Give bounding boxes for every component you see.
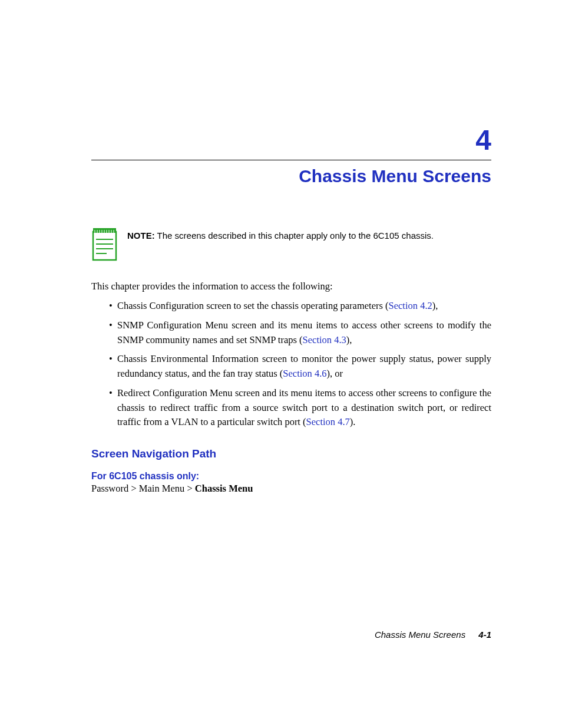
section-link[interactable]: Section 4.3 — [303, 334, 346, 345]
bullet-text: ), — [346, 334, 352, 345]
note-text: NOTE: The screens described in this chap… — [127, 228, 434, 242]
note-block: NOTE: The screens described in this chap… — [91, 228, 491, 262]
bullet-text: ). — [350, 416, 356, 427]
svg-rect-0 — [93, 232, 116, 260]
section-link[interactable]: Section 4.6 — [283, 368, 326, 379]
title-rule — [91, 160, 491, 160]
page-footer: Chassis Menu Screens 4-1 — [375, 630, 491, 640]
document-page: 4 Chassis Menu Screens NOTE: The screens… — [0, 0, 562, 728]
note-body: The screens described in this chapter ap… — [157, 230, 434, 241]
list-item: SNMP Configuration Menu screen and its m… — [100, 318, 491, 348]
list-item: Chassis Configuration screen to set the … — [100, 299, 491, 314]
footer-title: Chassis Menu Screens — [375, 630, 465, 640]
notepad-icon — [91, 228, 118, 262]
nav-path: Password > Main Menu > Chassis Menu — [91, 483, 491, 495]
bullet-text: ), or — [327, 368, 343, 379]
section-subheading: For 6C105 chassis only: — [91, 471, 491, 482]
bullet-list: Chassis Configuration screen to set the … — [91, 299, 491, 430]
nav-path-bold: Chassis Menu — [195, 483, 253, 494]
nav-path-plain: Password > Main Menu > — [91, 483, 195, 494]
footer-page: 4-1 — [478, 630, 491, 640]
chapter-title: Chassis Menu Screens — [91, 166, 491, 186]
section-heading: Screen Navigation Path — [91, 447, 491, 460]
chapter-number: 4 — [91, 91, 491, 156]
bullet-text: ), — [432, 300, 438, 311]
section-link[interactable]: Section 4.2 — [389, 300, 432, 311]
list-item: Redirect Configuration Menu screen and i… — [100, 386, 491, 430]
list-item: Chassis Environmental Information screen… — [100, 352, 491, 381]
note-label: NOTE: — [127, 230, 155, 241]
bullet-text: Redirect Configuration Menu screen and i… — [117, 387, 491, 428]
bullet-text: Chassis Configuration screen to set the … — [117, 300, 389, 311]
section-link[interactable]: Section 4.7 — [306, 416, 350, 427]
intro-text: This chapter provides the information to… — [91, 279, 491, 293]
